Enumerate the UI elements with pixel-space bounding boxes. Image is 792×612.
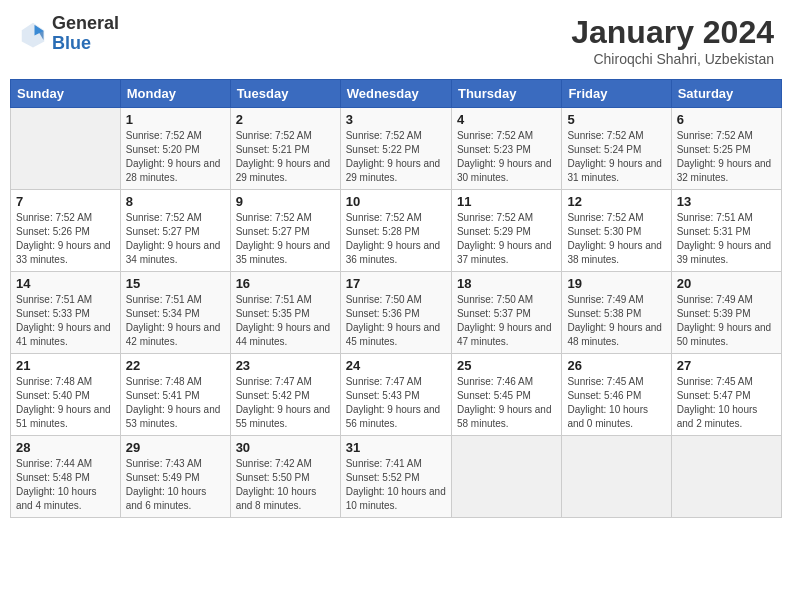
day-info: Sunrise: 7:48 AMSunset: 5:40 PMDaylight:…	[16, 375, 115, 431]
day-info: Sunrise: 7:51 AMSunset: 5:35 PMDaylight:…	[236, 293, 335, 349]
header-cell-wednesday: Wednesday	[340, 80, 451, 108]
day-cell: 22Sunrise: 7:48 AMSunset: 5:41 PMDayligh…	[120, 354, 230, 436]
day-info: Sunrise: 7:43 AMSunset: 5:49 PMDaylight:…	[126, 457, 225, 513]
day-cell: 16Sunrise: 7:51 AMSunset: 5:35 PMDayligh…	[230, 272, 340, 354]
week-row-1: 1Sunrise: 7:52 AMSunset: 5:20 PMDaylight…	[11, 108, 782, 190]
day-number: 13	[677, 194, 776, 209]
day-info: Sunrise: 7:48 AMSunset: 5:41 PMDaylight:…	[126, 375, 225, 431]
day-cell	[562, 436, 671, 518]
day-info: Sunrise: 7:41 AMSunset: 5:52 PMDaylight:…	[346, 457, 446, 513]
day-number: 10	[346, 194, 446, 209]
day-info: Sunrise: 7:52 AMSunset: 5:29 PMDaylight:…	[457, 211, 556, 267]
logo-general: General	[52, 13, 119, 33]
day-number: 8	[126, 194, 225, 209]
header-cell-tuesday: Tuesday	[230, 80, 340, 108]
header-cell-saturday: Saturday	[671, 80, 781, 108]
day-cell: 14Sunrise: 7:51 AMSunset: 5:33 PMDayligh…	[11, 272, 121, 354]
day-info: Sunrise: 7:50 AMSunset: 5:36 PMDaylight:…	[346, 293, 446, 349]
day-cell: 12Sunrise: 7:52 AMSunset: 5:30 PMDayligh…	[562, 190, 671, 272]
day-cell: 6Sunrise: 7:52 AMSunset: 5:25 PMDaylight…	[671, 108, 781, 190]
day-number: 2	[236, 112, 335, 127]
day-cell: 4Sunrise: 7:52 AMSunset: 5:23 PMDaylight…	[451, 108, 561, 190]
day-cell: 19Sunrise: 7:49 AMSunset: 5:38 PMDayligh…	[562, 272, 671, 354]
day-number: 25	[457, 358, 556, 373]
day-cell: 17Sunrise: 7:50 AMSunset: 5:36 PMDayligh…	[340, 272, 451, 354]
day-cell: 3Sunrise: 7:52 AMSunset: 5:22 PMDaylight…	[340, 108, 451, 190]
day-info: Sunrise: 7:52 AMSunset: 5:24 PMDaylight:…	[567, 129, 665, 185]
day-cell: 25Sunrise: 7:46 AMSunset: 5:45 PMDayligh…	[451, 354, 561, 436]
day-number: 18	[457, 276, 556, 291]
day-info: Sunrise: 7:52 AMSunset: 5:21 PMDaylight:…	[236, 129, 335, 185]
day-info: Sunrise: 7:52 AMSunset: 5:20 PMDaylight:…	[126, 129, 225, 185]
calendar-body: 1Sunrise: 7:52 AMSunset: 5:20 PMDaylight…	[11, 108, 782, 518]
day-number: 7	[16, 194, 115, 209]
day-number: 29	[126, 440, 225, 455]
week-row-5: 28Sunrise: 7:44 AMSunset: 5:48 PMDayligh…	[11, 436, 782, 518]
day-number: 4	[457, 112, 556, 127]
day-number: 20	[677, 276, 776, 291]
day-cell: 11Sunrise: 7:52 AMSunset: 5:29 PMDayligh…	[451, 190, 561, 272]
day-number: 30	[236, 440, 335, 455]
day-number: 24	[346, 358, 446, 373]
day-cell: 30Sunrise: 7:42 AMSunset: 5:50 PMDayligh…	[230, 436, 340, 518]
day-number: 22	[126, 358, 225, 373]
day-info: Sunrise: 7:52 AMSunset: 5:30 PMDaylight:…	[567, 211, 665, 267]
day-number: 28	[16, 440, 115, 455]
day-info: Sunrise: 7:42 AMSunset: 5:50 PMDaylight:…	[236, 457, 335, 513]
day-cell: 21Sunrise: 7:48 AMSunset: 5:40 PMDayligh…	[11, 354, 121, 436]
day-cell: 20Sunrise: 7:49 AMSunset: 5:39 PMDayligh…	[671, 272, 781, 354]
week-row-3: 14Sunrise: 7:51 AMSunset: 5:33 PMDayligh…	[11, 272, 782, 354]
day-number: 6	[677, 112, 776, 127]
day-info: Sunrise: 7:47 AMSunset: 5:42 PMDaylight:…	[236, 375, 335, 431]
logo: General Blue	[18, 14, 119, 54]
location-subtitle: Chiroqchi Shahri, Uzbekistan	[571, 51, 774, 67]
header-cell-monday: Monday	[120, 80, 230, 108]
day-info: Sunrise: 7:45 AMSunset: 5:46 PMDaylight:…	[567, 375, 665, 431]
day-number: 16	[236, 276, 335, 291]
day-cell: 24Sunrise: 7:47 AMSunset: 5:43 PMDayligh…	[340, 354, 451, 436]
day-info: Sunrise: 7:50 AMSunset: 5:37 PMDaylight:…	[457, 293, 556, 349]
day-number: 12	[567, 194, 665, 209]
day-cell: 7Sunrise: 7:52 AMSunset: 5:26 PMDaylight…	[11, 190, 121, 272]
logo-text: General Blue	[52, 14, 119, 54]
header-cell-thursday: Thursday	[451, 80, 561, 108]
day-number: 19	[567, 276, 665, 291]
header-row: SundayMondayTuesdayWednesdayThursdayFrid…	[11, 80, 782, 108]
day-cell: 15Sunrise: 7:51 AMSunset: 5:34 PMDayligh…	[120, 272, 230, 354]
day-info: Sunrise: 7:52 AMSunset: 5:23 PMDaylight:…	[457, 129, 556, 185]
day-info: Sunrise: 7:51 AMSunset: 5:34 PMDaylight:…	[126, 293, 225, 349]
day-info: Sunrise: 7:45 AMSunset: 5:47 PMDaylight:…	[677, 375, 776, 431]
day-info: Sunrise: 7:51 AMSunset: 5:33 PMDaylight:…	[16, 293, 115, 349]
day-number: 21	[16, 358, 115, 373]
calendar-table: SundayMondayTuesdayWednesdayThursdayFrid…	[10, 79, 782, 518]
month-title: January 2024	[571, 14, 774, 51]
day-cell	[451, 436, 561, 518]
day-cell: 28Sunrise: 7:44 AMSunset: 5:48 PMDayligh…	[11, 436, 121, 518]
day-info: Sunrise: 7:52 AMSunset: 5:26 PMDaylight:…	[16, 211, 115, 267]
logo-icon	[18, 19, 48, 49]
day-cell: 5Sunrise: 7:52 AMSunset: 5:24 PMDaylight…	[562, 108, 671, 190]
week-row-4: 21Sunrise: 7:48 AMSunset: 5:40 PMDayligh…	[11, 354, 782, 436]
day-number: 14	[16, 276, 115, 291]
header-cell-sunday: Sunday	[11, 80, 121, 108]
day-cell	[11, 108, 121, 190]
day-number: 26	[567, 358, 665, 373]
day-number: 15	[126, 276, 225, 291]
day-info: Sunrise: 7:46 AMSunset: 5:45 PMDaylight:…	[457, 375, 556, 431]
day-number: 23	[236, 358, 335, 373]
day-number: 27	[677, 358, 776, 373]
day-cell: 18Sunrise: 7:50 AMSunset: 5:37 PMDayligh…	[451, 272, 561, 354]
day-info: Sunrise: 7:51 AMSunset: 5:31 PMDaylight:…	[677, 211, 776, 267]
day-info: Sunrise: 7:49 AMSunset: 5:39 PMDaylight:…	[677, 293, 776, 349]
day-number: 1	[126, 112, 225, 127]
day-info: Sunrise: 7:52 AMSunset: 5:27 PMDaylight:…	[126, 211, 225, 267]
day-cell: 10Sunrise: 7:52 AMSunset: 5:28 PMDayligh…	[340, 190, 451, 272]
day-number: 3	[346, 112, 446, 127]
day-number: 17	[346, 276, 446, 291]
day-info: Sunrise: 7:52 AMSunset: 5:28 PMDaylight:…	[346, 211, 446, 267]
day-cell: 1Sunrise: 7:52 AMSunset: 5:20 PMDaylight…	[120, 108, 230, 190]
day-number: 5	[567, 112, 665, 127]
day-cell: 9Sunrise: 7:52 AMSunset: 5:27 PMDaylight…	[230, 190, 340, 272]
day-cell: 23Sunrise: 7:47 AMSunset: 5:42 PMDayligh…	[230, 354, 340, 436]
day-cell: 2Sunrise: 7:52 AMSunset: 5:21 PMDaylight…	[230, 108, 340, 190]
